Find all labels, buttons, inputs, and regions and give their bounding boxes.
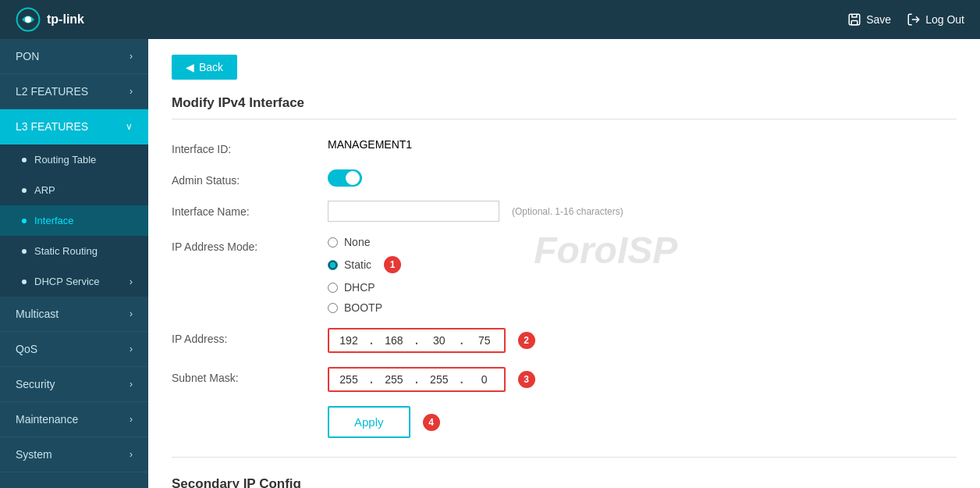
- badge-2: 2: [518, 332, 535, 349]
- chevron-right-icon: ›: [130, 414, 133, 425]
- ip-address-control: . . . 2: [328, 328, 957, 353]
- chevron-right-icon: ›: [130, 276, 133, 287]
- sidebar-item-qos[interactable]: QoS ›: [0, 332, 148, 367]
- toggle-track: [328, 169, 362, 187]
- main-layout: PON › L2 FEATURES › L3 FEATURES ∨ Routin…: [0, 39, 980, 488]
- interface-id-row: Interface ID: MANAGEMENT1: [172, 138, 957, 155]
- svg-rect-2: [850, 14, 861, 25]
- apply-spacer: [172, 406, 328, 411]
- sidebar-subitem-routing-table[interactable]: Routing Table: [0, 144, 148, 175]
- secondary-ip-title: Secondary IP Config: [172, 476, 957, 488]
- interface-id-label: Interface ID:: [172, 138, 328, 155]
- chevron-right-icon: ›: [130, 449, 133, 460]
- admin-status-control: [328, 169, 957, 187]
- badge-4: 4: [423, 414, 440, 431]
- chevron-right-icon: ›: [130, 51, 133, 62]
- logo-text: tp-link: [47, 12, 84, 27]
- sm-octet-1[interactable]: [329, 369, 368, 390]
- toggle-thumb: [346, 171, 360, 185]
- save-icon: [847, 12, 861, 27]
- ip-mode-bootp[interactable]: BOOTP: [328, 301, 401, 314]
- ip-octet-4[interactable]: [465, 329, 504, 351]
- svg-rect-3: [852, 21, 858, 25]
- ip-mode-label: IP Address Mode:: [172, 236, 328, 253]
- sidebar-item-l2[interactable]: L2 FEATURES ›: [0, 74, 148, 109]
- dot-icon: [22, 188, 27, 193]
- sidebar-subitem-interface[interactable]: Interface: [0, 205, 148, 236]
- sidebar-item-pon[interactable]: PON ›: [0, 39, 148, 74]
- header: tp-link Save Log Out: [0, 0, 980, 39]
- subnet-mask-input-group: . . .: [328, 367, 506, 392]
- chevron-down-icon: ∨: [126, 121, 133, 132]
- ip-mode-radio-group: None Static 1 DHCP BO: [328, 236, 401, 314]
- interface-name-control: (Optional. 1-16 characters): [328, 201, 957, 222]
- dot-icon: [22, 158, 27, 162]
- svg-point-1: [25, 16, 31, 23]
- interface-name-row: Interface Name: (Optional. 1-16 characte…: [172, 201, 957, 222]
- sm-dot-2: .: [414, 373, 420, 386]
- apply-row: Apply 4: [172, 406, 957, 438]
- logo: tp-link: [16, 7, 84, 32]
- dot-icon: [22, 280, 27, 284]
- sidebar-item-l3[interactable]: L3 FEATURES ∨: [0, 109, 148, 144]
- save-button[interactable]: Save: [847, 12, 891, 27]
- sm-octet-3[interactable]: [420, 369, 459, 390]
- interface-id-value: MANAGEMENT1: [328, 138, 957, 151]
- logout-icon: [907, 12, 921, 27]
- ip-mode-dhcp[interactable]: DHCP: [328, 281, 401, 294]
- ip-octet-3[interactable]: [420, 329, 459, 351]
- section-divider: [172, 457, 957, 458]
- sidebar: PON › L2 FEATURES › L3 FEATURES ∨ Routin…: [0, 39, 148, 488]
- interface-name-input[interactable]: [328, 201, 499, 222]
- content-area: ◀ Back Modify IPv4 Interface Interface I…: [148, 39, 980, 488]
- sidebar-subitem-arp[interactable]: ARP: [0, 175, 148, 205]
- ip-mode-row: IP Address Mode: None Static 1: [172, 236, 957, 314]
- sidebar-subitem-static-routing[interactable]: Static Routing: [0, 236, 148, 266]
- admin-status-toggle[interactable]: [328, 169, 362, 187]
- logo-icon: [16, 7, 41, 32]
- ip-mode-none[interactable]: None: [328, 236, 401, 248]
- content-inner: ◀ Back Modify IPv4 Interface Interface I…: [148, 39, 980, 488]
- logout-button[interactable]: Log Out: [907, 12, 964, 27]
- badge-3: 3: [518, 371, 535, 388]
- dot-icon: [22, 249, 27, 254]
- page-title: Modify IPv4 Interface: [172, 95, 957, 119]
- sm-dot-1: .: [368, 373, 375, 386]
- header-actions: Save Log Out: [847, 12, 964, 27]
- ip-dot-1: .: [368, 334, 375, 347]
- sm-octet-2[interactable]: [375, 369, 414, 390]
- chevron-right-icon: ›: [130, 379, 133, 390]
- admin-status-label: Admin Status:: [172, 169, 328, 187]
- ip-mode-control: None Static 1 DHCP BO: [328, 236, 957, 314]
- back-button[interactable]: ◀ Back: [172, 55, 237, 80]
- badge-1: 1: [384, 256, 401, 273]
- chevron-right-icon: ›: [130, 344, 133, 354]
- sm-octet-4[interactable]: [465, 369, 504, 390]
- back-arrow-icon: ◀: [186, 61, 194, 73]
- sm-dot-3: .: [459, 373, 465, 386]
- ip-octet-2[interactable]: [375, 329, 414, 351]
- sidebar-subitem-dhcp-service[interactable]: DHCP Service ›: [0, 266, 148, 297]
- sidebar-item-maintenance[interactable]: Maintenance ›: [0, 402, 148, 437]
- subnet-mask-label: Subnet Mask:: [172, 367, 328, 384]
- ip-address-input-group: . . .: [328, 328, 506, 353]
- chevron-right-icon: ›: [130, 86, 133, 97]
- ip-address-label: IP Address:: [172, 328, 328, 345]
- ip-mode-static[interactable]: Static 1: [328, 256, 401, 273]
- apply-button[interactable]: Apply: [328, 406, 410, 438]
- subnet-mask-control: . . . 3: [328, 367, 957, 392]
- sidebar-item-system[interactable]: System ›: [0, 437, 148, 472]
- interface-name-hint: (Optional. 1-16 characters): [512, 206, 623, 217]
- subnet-mask-row: Subnet Mask: . . . 3: [172, 367, 957, 392]
- ip-dot-3: .: [459, 334, 465, 347]
- interface-name-label: Interface Name:: [172, 201, 328, 218]
- ip-octet-1[interactable]: [329, 329, 368, 351]
- ip-dot-2: .: [414, 334, 420, 347]
- apply-control: Apply 4: [328, 406, 957, 438]
- sidebar-item-multicast[interactable]: Multicast ›: [0, 297, 148, 332]
- ip-address-row: IP Address: . . . 2: [172, 328, 957, 353]
- chevron-right-icon: ›: [130, 308, 133, 319]
- dot-icon: [22, 219, 27, 223]
- admin-status-row: Admin Status:: [172, 169, 957, 187]
- sidebar-item-security[interactable]: Security ›: [0, 367, 148, 402]
